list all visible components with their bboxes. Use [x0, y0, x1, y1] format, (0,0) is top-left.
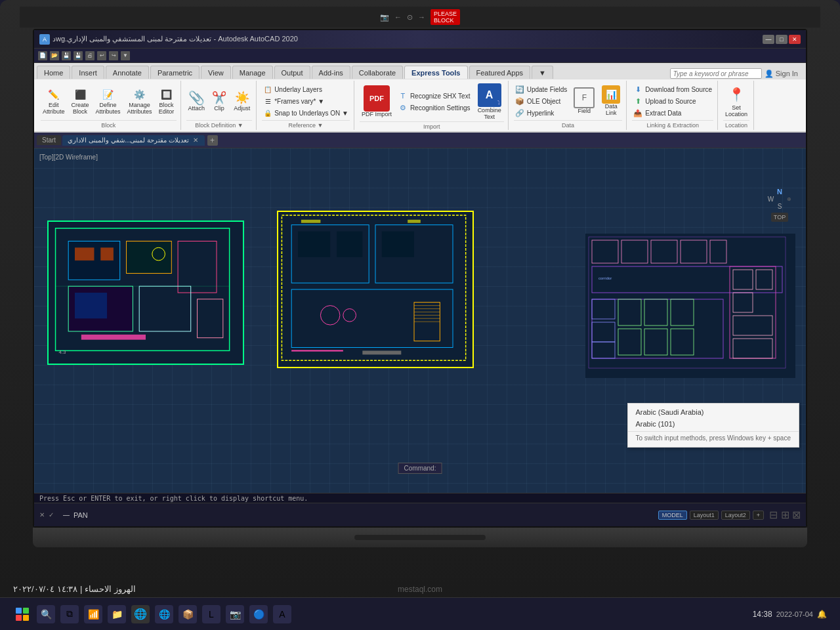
edit-attribute-button[interactable]: ✏️ EditAttribute	[41, 85, 67, 117]
model-button[interactable]: MODEL	[658, 511, 687, 520]
new-tab-button[interactable]: +	[207, 135, 218, 146]
chrome-icon[interactable]: 🌐	[131, 605, 150, 623]
frames-vary-item[interactable]: ☰ *Frames vary* ▼	[262, 96, 350, 106]
ribbon-search[interactable]: 👤 Sign In	[665, 68, 803, 79]
undo-icon[interactable]: ↩	[97, 51, 106, 60]
snap-underlays-item[interactable]: 🔒 Snap to Underlays ON ▼	[262, 108, 350, 118]
data-link-button[interactable]: 📊 DataLink	[600, 84, 622, 118]
lang-arabic-saudi[interactable]: Arabic (Saudi Arabia)	[628, 406, 799, 418]
tab-home[interactable]: Home	[37, 66, 70, 79]
tab-manage[interactable]: Manage	[232, 66, 273, 79]
recognize-shx-button[interactable]: T Recognize SHX Text	[396, 91, 472, 101]
pdf-import-label: PDF Import	[362, 112, 392, 118]
upload-source-button[interactable]: ⬆ Upload to Source	[632, 96, 713, 106]
svg-rect-36	[408, 220, 421, 223]
hyperlink-button[interactable]: 🔗 Hyperlink	[514, 108, 569, 118]
notification-icon[interactable]: 🔔	[817, 610, 827, 619]
network-icon[interactable]: 📶	[84, 605, 102, 623]
update-fields-icon: 🔄	[515, 85, 524, 94]
download-source-button[interactable]: ⬇ Download from Source	[632, 84, 713, 94]
save-icon[interactable]: 💾	[62, 51, 71, 60]
block-editor-button[interactable]: 🔲 BlockEditor	[157, 85, 177, 117]
app2-icon[interactable]: L	[202, 605, 220, 623]
app5-icon[interactable]: A	[273, 605, 291, 623]
tab-addins[interactable]: Add-ins	[312, 66, 350, 79]
ole-object-button[interactable]: 📦 OLE Object	[514, 96, 569, 106]
ole-icon: 📦	[515, 96, 524, 106]
maximize-button[interactable]: □	[776, 35, 788, 44]
tab-view[interactable]: View	[201, 66, 231, 79]
adjust-button[interactable]: ☀️ Adjust	[232, 89, 252, 114]
title-text: دwg.تعديلات مقترحة لمبنى المستشفي والمبن…	[52, 35, 298, 43]
edge-icon[interactable]: 🌐	[155, 605, 173, 623]
tab-express-tools[interactable]: Express Tools	[404, 66, 467, 79]
block-group-label: Block	[41, 120, 177, 129]
dropdown-icon[interactable]: ▼	[121, 51, 130, 60]
svg-point-31	[320, 306, 340, 326]
file-tab[interactable]: تعديلات مقترحة لمبنى...شفي والمبنى الادا…	[62, 135, 204, 146]
extract-data-button[interactable]: 📤 Extract Data	[632, 108, 713, 118]
window-controls[interactable]: — □ ✕	[763, 35, 801, 44]
minimize-button[interactable]: —	[763, 35, 774, 44]
clock-time: 14:38	[753, 610, 772, 619]
field-button[interactable]: F Field	[571, 86, 597, 116]
camera-bar: 📷 ← ⊙ → PLEASEBLOCK	[20, 7, 820, 28]
nav-compass: N W ⊕ S TOP	[760, 188, 799, 222]
folder-icon[interactable]: 📁	[108, 605, 126, 623]
windows-button[interactable]	[13, 605, 32, 623]
app3-icon[interactable]: 📷	[226, 605, 244, 623]
check-btn[interactable]: ✓	[49, 511, 54, 518]
define-attributes-button[interactable]: 📝 DefineAttributes	[94, 85, 123, 117]
lang-arabic-101[interactable]: Arabic (101)	[628, 418, 799, 430]
add-layout-button[interactable]: +	[753, 511, 764, 520]
set-location-button[interactable]: 📍 SetLocation	[723, 83, 749, 119]
app4-icon[interactable]: 🔵	[249, 605, 268, 623]
tab-annotate[interactable]: Annotate	[106, 66, 149, 79]
layout2-button[interactable]: Layout2	[721, 511, 750, 520]
location-icon: 📍	[726, 84, 747, 105]
start-tab[interactable]: Start	[37, 135, 61, 145]
recognition-settings-button[interactable]: ⚙ Recognition Settings	[396, 102, 472, 113]
tab-featured-apps[interactable]: Featured Apps	[469, 66, 531, 79]
create-block-button[interactable]: ⬛ CreateBlock	[70, 85, 91, 117]
sign-in-icon[interactable]: 👤 Sign In	[765, 70, 798, 78]
print-icon[interactable]: 🖨	[85, 51, 94, 60]
redo-icon[interactable]: ↪	[109, 51, 118, 60]
open-icon[interactable]: 📂	[50, 51, 59, 60]
pan-bar: ✕ ✓ — PAN MODEL Layout1 Layout2 + ⊟ ⊞ ⊠	[34, 503, 806, 526]
svg-rect-51	[671, 299, 694, 326]
taskbar-right: 14:38 2022-07-04 🔔	[753, 610, 827, 619]
search-input[interactable]	[670, 68, 762, 79]
pdf-label: PDF	[369, 94, 384, 102]
tab-parametric[interactable]: Parametric	[150, 66, 200, 79]
app1-icon[interactable]: 📦	[178, 605, 197, 623]
new-file-icon[interactable]: 📄	[38, 51, 47, 60]
x-btn[interactable]: ✕	[39, 511, 45, 518]
attach-button[interactable]: 📎 Attach	[186, 89, 207, 114]
pdf-import-button[interactable]: PDF PDF Import	[360, 84, 394, 119]
layout1-button[interactable]: Layout1	[690, 511, 719, 520]
underlay-layers-item[interactable]: 📋 Underlay Layers	[262, 84, 350, 94]
center-dot: ⊙	[407, 13, 413, 22]
ribbon-group-location: 📍 SetLocation Location	[719, 81, 754, 130]
svg-rect-59	[733, 339, 772, 358]
reference-items: 📋 Underlay Layers ☰ *Frames vary* ▼ 🔒 Sn	[262, 82, 350, 120]
hyperlink-label: Hyperlink	[527, 110, 555, 117]
tab-collaborate[interactable]: Collaborate	[352, 66, 403, 79]
search-taskbar-button[interactable]: 🔍	[37, 605, 55, 623]
tab-more[interactable]: ▼	[532, 66, 553, 79]
close-button[interactable]: ✕	[789, 35, 801, 44]
tab-output[interactable]: Output	[274, 66, 310, 79]
file-tab-close[interactable]: ✕	[192, 136, 200, 144]
block-editor-icon: 🔲	[159, 87, 175, 102]
clip-icon: ✂️	[211, 90, 227, 106]
task-view-button[interactable]: ⧉	[60, 605, 79, 623]
combine-text-button[interactable]: A ⤵ Combine Text	[475, 82, 504, 121]
svg-rect-47	[592, 322, 615, 342]
tab-insert[interactable]: Insert	[72, 66, 104, 79]
clip-button[interactable]: ✂️ Clip	[209, 89, 229, 114]
manage-attributes-button[interactable]: ⚙️ ManageAttributes	[125, 85, 154, 117]
save-as-icon[interactable]: 💾	[74, 51, 83, 60]
frames-label: *Frames vary* ▼	[274, 98, 324, 105]
update-fields-button[interactable]: 🔄 Update Fields	[514, 84, 569, 94]
